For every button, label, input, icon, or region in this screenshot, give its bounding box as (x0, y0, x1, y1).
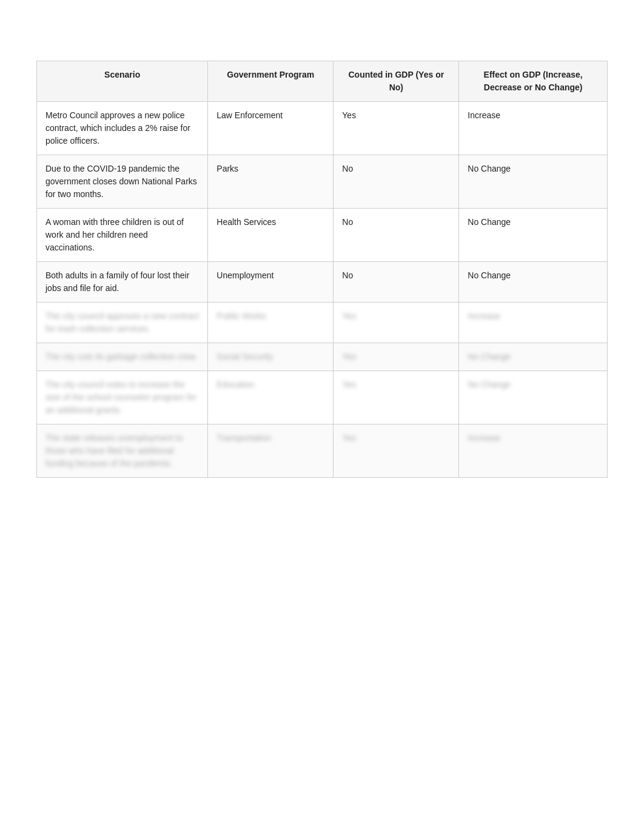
cell-program: Health Services (208, 209, 334, 262)
cell-counted: Yes (334, 371, 459, 424)
table-row: The city cuts its garbage collection cre… (37, 343, 608, 371)
cell-effect: No Change (459, 209, 608, 262)
cell-counted: Yes (334, 102, 459, 155)
cell-program: Public Works (208, 303, 334, 343)
cell-counted: Yes (334, 424, 459, 478)
cell-scenario: The city council votes to increase the s… (37, 371, 208, 424)
cell-scenario: The city cuts its garbage collection cre… (37, 343, 208, 371)
table-row: The state releases unemployment to those… (37, 424, 608, 478)
cell-effect: No Change (459, 155, 608, 209)
header-program: Government Program (208, 61, 334, 102)
cell-program: Social Security (208, 343, 334, 371)
cell-effect: Increase (459, 102, 608, 155)
cell-scenario: The state releases unemployment to those… (37, 424, 208, 478)
table-row: The city council votes to increase the s… (37, 371, 608, 424)
table-row: Metro Council approves a new police cont… (37, 102, 608, 155)
cell-scenario: Due to the COVID-19 pandemic the governm… (37, 155, 208, 209)
cell-scenario: Metro Council approves a new police cont… (37, 102, 208, 155)
cell-counted: Yes (334, 303, 459, 343)
cell-program: Education (208, 371, 334, 424)
cell-counted: Yes (334, 343, 459, 371)
header-counted: Counted in GDP (Yes or No) (334, 61, 459, 102)
header-effect: Effect on GDP (Increase, Decrease or No … (459, 61, 608, 102)
cell-effect: Increase (459, 303, 608, 343)
cell-program: Law Enforcement (208, 102, 334, 155)
table-row: The city council approves a new contract… (37, 303, 608, 343)
cell-program: Unemployment (208, 262, 334, 303)
table-row: A woman with three children is out of wo… (37, 209, 608, 262)
cell-scenario: The city council approves a new contract… (37, 303, 208, 343)
table-row: Due to the COVID-19 pandemic the governm… (37, 155, 608, 209)
cell-effect: No Change (459, 371, 608, 424)
cell-scenario: Both adults in a family of four lost the… (37, 262, 208, 303)
cell-scenario: A woman with three children is out of wo… (37, 209, 208, 262)
cell-program: Parks (208, 155, 334, 209)
cell-counted: No (334, 155, 459, 209)
cell-counted: No (334, 262, 459, 303)
cell-effect: Increase (459, 424, 608, 478)
cell-effect: No Change (459, 262, 608, 303)
cell-effect: No Change (459, 343, 608, 371)
cell-counted: No (334, 209, 459, 262)
header-scenario: Scenario (37, 61, 208, 102)
gdp-table: Scenario Government Program Counted in G… (36, 61, 608, 478)
cell-program: Transportation (208, 424, 334, 478)
table-row: Both adults in a family of four lost the… (37, 262, 608, 303)
